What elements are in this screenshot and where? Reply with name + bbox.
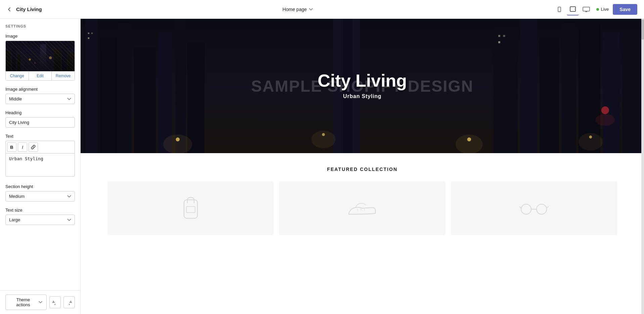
sidebar-bottom: Theme actions: [0, 290, 80, 314]
svg-rect-49: [88, 37, 89, 39]
product-3-icon: [519, 200, 549, 217]
svg-rect-59: [184, 200, 197, 218]
sidebar: SETTINGS Image: [0, 19, 81, 314]
svg-point-56: [601, 106, 609, 114]
top-bar-left: City Living: [7, 6, 42, 12]
image-preview-wrapper: Change Edit Remove: [5, 41, 75, 81]
main-layout: SETTINGS Image: [0, 19, 644, 314]
tablet-icon: [569, 6, 576, 12]
preview-frame: SAMPLE SHOPIFY DESIGN City Living Urban …: [81, 19, 644, 314]
product-card-2: [279, 181, 445, 235]
preview-scroll[interactable]: SAMPLE SHOPIFY DESIGN City Living Urban …: [81, 19, 644, 314]
change-image-button[interactable]: Change: [6, 72, 29, 80]
italic-button[interactable]: I: [18, 142, 27, 152]
product-grid: [87, 181, 637, 235]
text-textarea[interactable]: Urban Styling: [5, 153, 75, 177]
section-height-label: Section height: [5, 184, 75, 189]
view-icons: [553, 3, 592, 15]
redo-button[interactable]: [63, 296, 75, 308]
settings-label: SETTINGS: [5, 24, 75, 28]
svg-line-63: [357, 209, 358, 211]
svg-line-70: [547, 207, 548, 208]
product-card-3: [451, 181, 617, 235]
undo-button[interactable]: [49, 296, 61, 308]
text-toolbar: B I: [5, 141, 75, 153]
desktop-view-button[interactable]: [580, 3, 592, 15]
section-height-select[interactable]: Small Medium Large: [5, 191, 75, 201]
live-label: Live: [601, 7, 609, 12]
image-city-overlay: [6, 51, 75, 71]
product-2-icon: [347, 198, 377, 218]
svg-line-65: [364, 208, 365, 210]
image-preview-area: [6, 41, 75, 71]
page-selector[interactable]: Home page: [279, 5, 316, 14]
mobile-view-button[interactable]: [553, 3, 565, 15]
svg-rect-48: [91, 33, 93, 34]
heading-label: Heading: [5, 110, 75, 115]
hero-section: SAMPLE SHOPIFY DESIGN City Living Urban …: [81, 19, 644, 153]
bold-button[interactable]: B: [7, 142, 16, 152]
svg-rect-54: [503, 35, 505, 37]
desktop-icon: [583, 6, 590, 12]
svg-rect-47: [88, 33, 89, 34]
image-alignment-label: Image alignment: [5, 87, 75, 92]
svg-rect-23: [134, 47, 156, 153]
svg-line-69: [519, 207, 521, 208]
section-height-group: Section height Small Medium Large: [5, 184, 75, 201]
mobile-icon: [556, 6, 562, 12]
image-alignment-select[interactable]: Middle Top Bottom: [5, 94, 75, 104]
svg-point-42: [322, 133, 325, 136]
theme-title: City Living: [16, 6, 42, 12]
link-icon: [31, 145, 36, 149]
undo-icon: [52, 300, 58, 305]
hero-title: City Living: [318, 71, 407, 91]
svg-rect-4: [583, 7, 590, 11]
text-size-group: Text size Small Medium Large: [5, 208, 75, 225]
heading-input[interactable]: [5, 117, 75, 128]
image-alignment-group: Image alignment Middle Top Bottom: [5, 87, 75, 104]
preview-scrollbar-thumb: [641, 19, 644, 40]
live-indicator: Live: [596, 7, 609, 12]
svg-point-40: [176, 137, 180, 141]
svg-point-57: [595, 114, 615, 126]
image-field-group: Image: [5, 34, 75, 81]
edit-image-button[interactable]: Edit: [29, 72, 52, 80]
svg-line-64: [361, 208, 361, 210]
chevron-down-icon: [309, 8, 313, 11]
svg-point-46: [589, 136, 592, 139]
theme-actions-label: Theme actions: [10, 297, 37, 307]
tablet-view-button[interactable]: [567, 3, 579, 15]
remove-image-button[interactable]: Remove: [52, 72, 75, 80]
svg-point-39: [163, 135, 192, 153]
top-bar-center: Home page: [279, 5, 316, 14]
preview-scrollbar[interactable]: [641, 19, 644, 314]
image-buttons: Change Edit Remove: [6, 71, 75, 80]
svg-point-44: [467, 137, 471, 141]
image-label: Image: [5, 34, 75, 39]
back-button[interactable]: [7, 7, 12, 12]
text-size-select[interactable]: Small Medium Large: [5, 215, 75, 225]
hero-content: City Living Urban Styling: [81, 71, 644, 99]
save-button[interactable]: Save: [613, 4, 637, 15]
text-label: Text: [5, 134, 75, 139]
heading-group: Heading: [5, 110, 75, 128]
redo-icon: [66, 300, 72, 305]
hero-subtitle: Urban Styling: [343, 93, 381, 99]
svg-rect-55: [498, 41, 500, 43]
top-bar: City Living Home page: [0, 0, 644, 19]
link-button[interactable]: [29, 142, 38, 152]
featured-collection-title: FEATURED COLLECTION: [87, 167, 637, 172]
live-dot: [596, 8, 599, 11]
top-bar-right: Live Save: [553, 3, 637, 15]
svg-rect-62: [186, 207, 195, 213]
text-size-label: Text size: [5, 208, 75, 213]
sidebar-scroll: SETTINGS Image: [0, 19, 80, 290]
theme-actions-button[interactable]: Theme actions: [5, 295, 47, 310]
svg-point-66: [521, 204, 531, 214]
product-card-1: [107, 181, 274, 235]
preview-area: SAMPLE SHOPIFY DESIGN City Living Urban …: [81, 19, 644, 314]
featured-section: FEATURED COLLECTION: [81, 153, 644, 242]
svg-rect-53: [498, 35, 500, 37]
svg-point-67: [537, 204, 547, 214]
theme-actions-chevron-icon: [39, 301, 42, 304]
